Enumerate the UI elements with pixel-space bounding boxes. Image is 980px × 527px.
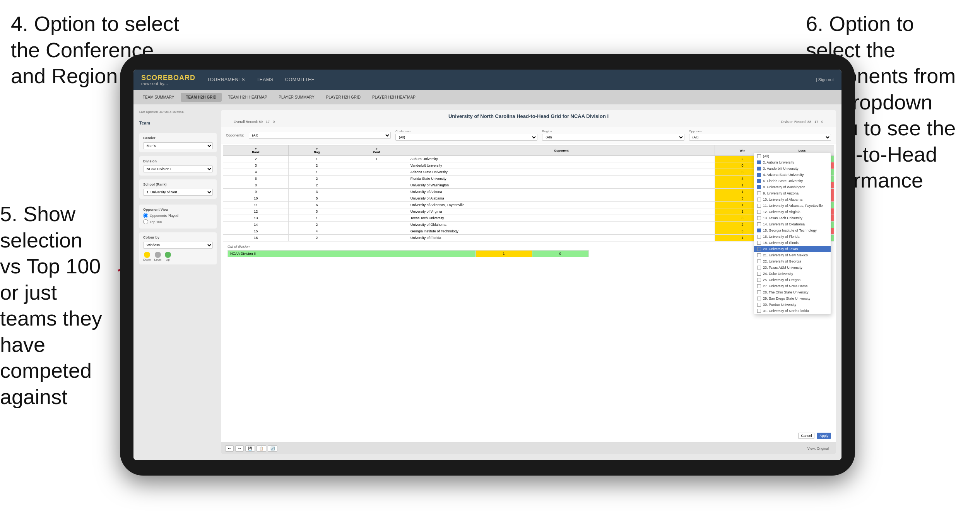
dropdown-item[interactable]: 29. San Diego State University (754, 295, 831, 302)
dropdown-item-label: 6. Florida State University (763, 179, 803, 183)
cell-rag: 1 (289, 156, 345, 162)
dropdown-checkbox (757, 241, 761, 245)
refresh-button[interactable]: 🔄 (268, 445, 277, 452)
colour-by-select[interactable]: Win/loss (143, 242, 213, 249)
dropdown-item-label: 29. San Diego State University (763, 297, 811, 300)
opponent-select[interactable]: (All) (689, 134, 831, 141)
dropdown-checkbox (757, 222, 761, 226)
dropdown-item-label: 20. University of Texas (763, 247, 798, 251)
dropdown-item[interactable]: 3. Vanderbilt University (754, 165, 831, 172)
dropdown-checkbox (757, 235, 761, 239)
dropdown-item[interactable]: 27. University of Notre Dame (754, 283, 831, 289)
dropdown-checkbox (757, 284, 761, 288)
dropdown-item-label: 21. University of New Mexico (763, 253, 808, 257)
dropdown-item[interactable]: 22. University of Georgia (754, 258, 831, 264)
dropdown-item[interactable]: 15. Georgia Institute of Technology (754, 227, 831, 234)
dropdown-item[interactable]: 12. University of Virginia (754, 209, 831, 215)
school-section: School (Rank) 1. University of Nort... (139, 179, 217, 199)
cell-opponent: Florida State University (408, 176, 715, 182)
out-of-division: Out of division NCAA Division II 1 0 (223, 241, 834, 260)
col-rag: #Rag (289, 145, 345, 156)
cell-rank: 15 (223, 228, 289, 235)
dropdown-checkbox (757, 272, 761, 276)
cell-rag: 2 (289, 235, 345, 241)
dropdown-item[interactable]: 8. University of Washington (754, 184, 831, 190)
nav-tournaments[interactable]: TOURNAMENTS (207, 77, 245, 82)
tab-player-h2h-heatmap[interactable]: PLAYER H2H HEATMAP (367, 93, 421, 102)
sub-nav: TEAM SUMMARY TEAM H2H GRID TEAM H2H HEAT… (133, 90, 841, 104)
dropdown-item[interactable]: 10. University of Alabama (754, 196, 831, 203)
dropdown-item-label: 18. University of Illinois (763, 241, 799, 245)
save-button[interactable]: 💾 (245, 445, 255, 452)
cell-rank: 6 (223, 176, 289, 182)
dropdown-item[interactable]: 30. Purdue University (754, 302, 831, 308)
cell-rank: 8 (223, 182, 289, 189)
dropdown-item[interactable]: 31. University of North Florida (754, 308, 831, 314)
dropdown-item[interactable]: 11. University of Arkansas, Fayetteville (754, 203, 831, 209)
dropdown-item[interactable]: 21. University of New Mexico (754, 252, 831, 258)
dropdown-checkbox (757, 191, 761, 195)
table-row: 8 2 University of Washington 1 0 (223, 182, 834, 189)
col-opponent: Opponent (408, 145, 715, 156)
dropdown-item-label: 3. Vanderbilt University (763, 167, 799, 171)
gender-select[interactable]: Men's (143, 142, 213, 149)
tab-team-h2h-grid[interactable]: TEAM H2H GRID (181, 93, 222, 102)
nav-teams[interactable]: TEAMS (257, 77, 274, 82)
table-row: 14 2 University of Oklahoma 2 1 (223, 222, 834, 228)
cell-conf (345, 169, 408, 176)
school-select[interactable]: 1. University of Nort... (143, 189, 213, 196)
tab-team-summary[interactable]: TEAM SUMMARY (137, 93, 180, 102)
tab-player-h2h-grid[interactable]: PLAYER H2H GRID (321, 93, 366, 102)
cell-rank: 14 (223, 222, 289, 228)
nav-signout[interactable]: | Sign out (816, 77, 834, 82)
dropdown-item[interactable]: 9. University of Arizona (754, 190, 831, 196)
dropdown-item[interactable]: 18. University of Illinois (754, 240, 831, 246)
division-section: Division NCAA Division I (139, 156, 217, 176)
dropdown-item[interactable]: 20. University of Texas (754, 246, 831, 252)
dropdown-item[interactable]: 24. Duke University (754, 271, 831, 277)
opponents-played-radio[interactable]: Opponents Played (143, 213, 213, 218)
dropdown-item[interactable]: 25. University of Oregon (754, 277, 831, 283)
cell-rank: 9 (223, 189, 289, 195)
dropdown-item[interactable]: 6. Florida State University (754, 178, 831, 184)
nav-committee[interactable]: COMMITTEE (285, 77, 315, 82)
tab-team-h2h-heatmap[interactable]: TEAM H2H HEATMAP (222, 93, 272, 102)
tablet-shell: SCOREBOARD Powered by... TOURNAMENTS TEA… (120, 54, 855, 476)
copy-button[interactable]: 📋 (257, 445, 266, 452)
conference-select[interactable]: (All) (395, 134, 537, 141)
table-row: 9 3 University of Arizona 1 0 (223, 189, 834, 195)
tab-player-summary[interactable]: PLAYER SUMMARY (273, 93, 320, 102)
opponent-dropdown[interactable]: (All)2. Auburn University3. Vanderbilt U… (754, 153, 831, 314)
cell-rag: 2 (289, 162, 345, 169)
colour-by-section: Colour by Win/loss Down Level (139, 232, 217, 264)
dropdown-checkbox (757, 160, 761, 164)
cancel-button[interactable]: Cancel (798, 433, 814, 439)
division-select[interactable]: NCAA Division I (143, 165, 213, 172)
dropdown-item-label: 16. University of Florida (763, 235, 800, 239)
dropdown-checkbox (757, 253, 761, 257)
cell-rag: 1 (289, 215, 345, 222)
dropdown-item[interactable]: 4. Arizona State University (754, 172, 831, 178)
dropdown-item[interactable]: 28. The Ohio State University (754, 289, 831, 295)
dropdown-item[interactable]: 13. Texas Tech University (754, 215, 831, 221)
dropdown-item[interactable]: 16. University of Florida (754, 234, 831, 240)
redo-button[interactable]: ↪ (235, 445, 244, 452)
app-nav: SCOREBOARD Powered by... TOURNAMENTS TEA… (133, 70, 841, 90)
cell-rank: 10 (223, 195, 289, 202)
opponents-select[interactable]: (All) (249, 132, 391, 139)
undo-button[interactable]: ↩ (225, 445, 234, 452)
cell-conf (345, 195, 408, 202)
region-select[interactable]: (All) (542, 134, 684, 141)
apply-button[interactable]: Apply (817, 433, 831, 439)
dropdown-item-label: 13. Texas Tech University (763, 216, 802, 220)
out-of-div-table: NCAA Division II 1 0 (227, 250, 589, 257)
dropdown-item[interactable]: (All) (754, 153, 831, 159)
data-table-wrap: #Rank #Rag #Conf Opponent Win Loss 2 1 1… (221, 143, 836, 442)
dropdown-item[interactable]: 14. University of Oklahoma (754, 221, 831, 227)
cell-rank: 13 (223, 215, 289, 222)
dropdown-item-label: 23. Texas A&M University (763, 266, 802, 269)
cell-opponent: University of Oklahoma (408, 222, 715, 228)
top-100-radio[interactable]: Top 100 (143, 219, 213, 224)
dropdown-item[interactable]: 23. Texas A&M University (754, 264, 831, 271)
dropdown-item[interactable]: 2. Auburn University (754, 159, 831, 165)
